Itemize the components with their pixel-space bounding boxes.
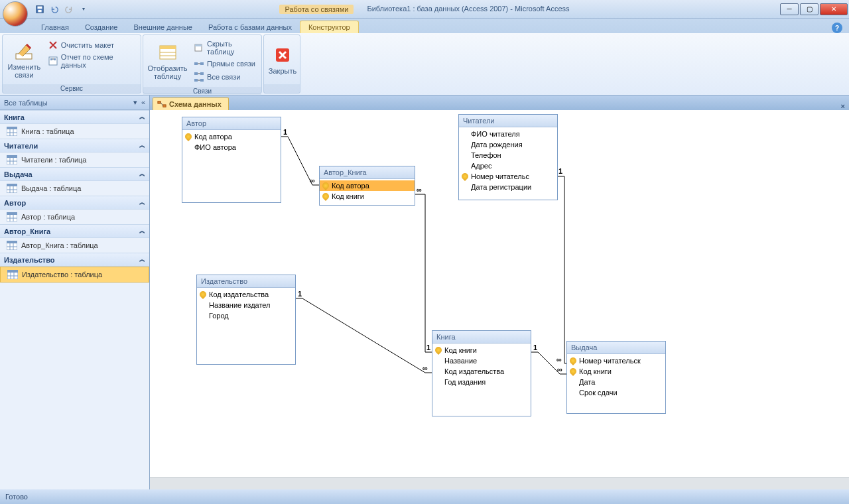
field-row[interactable]: Название издател xyxy=(197,300,295,310)
table-avtor[interactable]: АвторКод автораФИО автора xyxy=(182,117,281,203)
field-row[interactable]: ФИО читателя xyxy=(459,129,557,139)
window-title: Работа со связями Библиотека1 : база дан… xyxy=(0,5,849,14)
document-title: Библиотека1 : база данных (Access 2007) … xyxy=(367,5,569,14)
table-vydacha[interactable]: ВыдачаНомер читательскКод книгиДатаСрок … xyxy=(566,341,666,414)
field-row[interactable]: Код книги xyxy=(567,366,665,377)
table-header[interactable]: Читатели xyxy=(459,115,557,127)
nav-item[interactable]: Выдача : таблица xyxy=(0,181,149,196)
table-chitateli[interactable]: ЧитателиФИО читателяДата рожденияТелефон… xyxy=(458,114,558,200)
svg-rect-14 xyxy=(194,62,198,65)
redo-icon[interactable] xyxy=(62,3,76,16)
nav-header[interactable]: Все таблицы ▾ « xyxy=(0,95,149,110)
field-row[interactable]: Номер читательс xyxy=(459,171,557,182)
help-icon[interactable]: ? xyxy=(832,23,842,33)
field-row[interactable]: ФИО автора xyxy=(182,142,281,153)
tab-create[interactable]: Создание xyxy=(77,21,126,33)
table-izdat[interactable]: ИздательствоКод издательстваНазвание изд… xyxy=(196,275,296,365)
table-icon xyxy=(7,270,18,279)
field-row[interactable]: Код издательства xyxy=(432,366,531,377)
navigation-pane: Все таблицы ▾ « Книга︽Книга : таблицаЧит… xyxy=(0,95,150,489)
doc-tab-schema[interactable]: Схема данных xyxy=(153,97,229,110)
table-header[interactable]: Выдача xyxy=(567,342,665,354)
tab-external-data[interactable]: Внешние данные xyxy=(126,21,200,33)
doc-close-icon[interactable]: × xyxy=(841,102,849,110)
group-label-service: Сервис xyxy=(3,84,141,93)
field-row[interactable]: Код автора xyxy=(320,180,415,191)
direct-relationships-button[interactable]: Прямые связи xyxy=(191,57,258,70)
field-row[interactable]: Телефон xyxy=(459,150,557,160)
horizontal-scrollbar[interactable] xyxy=(150,477,849,489)
maximize-button[interactable]: ▢ xyxy=(800,3,818,15)
relationship-report-button[interactable]: Отчет по схеме данных xyxy=(45,52,137,70)
close-designer-button[interactable]: Закрыть xyxy=(266,37,299,82)
field-row[interactable]: Код издательства xyxy=(197,289,295,300)
table-header[interactable]: Автор_Книга xyxy=(320,166,415,179)
field-row[interactable]: Адрес xyxy=(459,160,557,171)
minimize-button[interactable]: ─ xyxy=(780,3,799,15)
nav-dropdown-icon[interactable]: ▾ « xyxy=(133,98,145,107)
field-row[interactable]: Срок сдачи xyxy=(567,387,665,398)
table-header[interactable]: Книга xyxy=(432,331,531,344)
nav-item[interactable]: Книга : таблица xyxy=(0,124,149,139)
svg-rect-13 xyxy=(195,44,202,46)
nav-group-Выдача[interactable]: Выдача︽ xyxy=(0,167,149,181)
group-label-relationships: Связи xyxy=(143,87,261,95)
svg-rect-5 xyxy=(50,58,52,60)
field-row[interactable]: Код книги xyxy=(320,191,415,202)
tab-designer[interactable]: Конструктор xyxy=(300,21,359,33)
nav-group-Автор[interactable]: Автор︽ xyxy=(0,196,149,210)
context-title: Работа со связями xyxy=(279,5,354,14)
table-header[interactable]: Автор xyxy=(182,117,281,130)
clear-layout-button[interactable]: Очистить макет xyxy=(45,38,137,52)
all-relationships-button[interactable]: Все связи xyxy=(191,70,258,84)
save-icon[interactable] xyxy=(33,3,46,16)
close-button[interactable]: ✕ xyxy=(820,3,848,15)
collapse-icon[interactable]: ︽ xyxy=(139,198,145,207)
collapse-icon[interactable]: ︽ xyxy=(139,141,145,150)
nav-group-Автор_Книга[interactable]: Автор_Книга︽ xyxy=(0,224,149,238)
qat-dropdown-icon[interactable]: ▾ xyxy=(77,3,90,16)
svg-rect-55 xyxy=(163,105,166,107)
collapse-icon[interactable]: ︽ xyxy=(139,227,145,235)
field-row[interactable]: Номер читательск xyxy=(567,355,665,366)
table-kniga[interactable]: КнигаКод книгиНазваниеКод издательстваГо… xyxy=(432,330,531,416)
show-table-button[interactable]: Отобразить таблицу xyxy=(145,37,190,85)
office-button[interactable] xyxy=(3,1,28,27)
collapse-icon[interactable]: ︽ xyxy=(139,113,145,121)
relationships-canvas[interactable]: 1∞∞11∞1∞1∞ АвторКод автораФИО автораАвто… xyxy=(150,110,849,477)
nav-item[interactable]: Читатели : таблица xyxy=(0,153,149,167)
table-avtor_kniga[interactable]: Автор_КнигаКод автораКод книги xyxy=(319,166,415,206)
tab-home[interactable]: Главная xyxy=(33,21,77,33)
field-row[interactable]: Название xyxy=(432,355,531,366)
nav-group-Книга[interactable]: Книга︽ xyxy=(0,110,149,124)
field-row[interactable]: Код автора xyxy=(182,131,281,142)
nav-item[interactable]: Автор : таблица xyxy=(0,210,149,224)
nav-group-Читатели[interactable]: Читатели︽ xyxy=(0,139,149,153)
nav-item[interactable]: Издательство : таблица xyxy=(0,267,149,283)
undo-icon[interactable] xyxy=(48,3,61,16)
hide-table-button[interactable]: Скрыть таблицу xyxy=(191,38,258,57)
edit-relationships-button[interactable]: Изменить связи xyxy=(5,37,44,82)
svg-rect-17 xyxy=(194,72,198,75)
field-row[interactable]: Город xyxy=(197,310,295,321)
window-controls: ─ ▢ ✕ xyxy=(779,3,849,15)
nav-group-Издательство[interactable]: Издательство︽ xyxy=(0,253,149,267)
tab-db-tools[interactable]: Работа с базами данных xyxy=(200,21,300,33)
svg-rect-4 xyxy=(49,57,57,65)
svg-rect-50 xyxy=(7,270,18,273)
svg-rect-40 xyxy=(7,212,17,215)
document-area: Схема данных × 1∞∞11∞1∞1∞ АвторКод автор… xyxy=(150,95,849,489)
svg-rect-1 xyxy=(38,6,42,9)
collapse-icon[interactable]: ︽ xyxy=(139,170,145,178)
svg-text:1: 1 xyxy=(558,167,562,175)
nav-item[interactable]: Автор_Книга : таблица xyxy=(0,238,149,253)
field-row[interactable]: Год издания xyxy=(432,377,531,387)
svg-rect-6 xyxy=(54,58,56,60)
field-row[interactable]: Код книги xyxy=(432,345,531,355)
table-header[interactable]: Издательство xyxy=(197,275,295,288)
field-row[interactable]: Дата регистрации xyxy=(459,182,557,192)
field-row[interactable]: Дата xyxy=(567,377,665,387)
table-icon xyxy=(7,241,17,250)
field-row[interactable]: Дата рождения xyxy=(459,139,557,150)
collapse-icon[interactable]: ︽ xyxy=(139,255,145,264)
